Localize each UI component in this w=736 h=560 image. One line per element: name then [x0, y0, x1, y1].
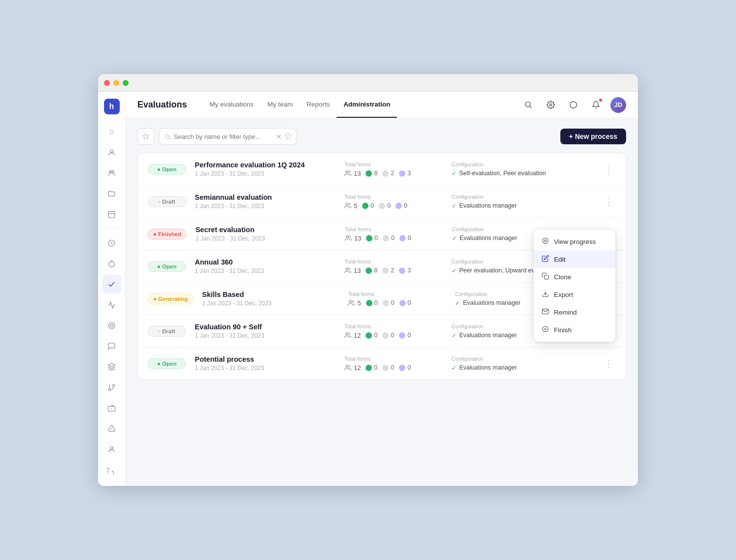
config-value: ✓Evaluations manager — [451, 364, 592, 372]
search-info-icon[interactable]: ⓘ — [285, 132, 291, 141]
tab-my-evaluations[interactable]: My evaluations — [203, 92, 261, 118]
tab-my-team[interactable]: My team — [261, 92, 300, 118]
circle-group-gray: 0 — [379, 202, 391, 209]
config-section: Configuration ✓Evaluations manager — [451, 356, 592, 372]
svg-line-23 — [169, 138, 170, 139]
forms-total: 13 — [345, 235, 361, 242]
svg-point-28 — [349, 300, 352, 303]
forms-total: 5 — [344, 202, 357, 210]
sidebar: h ⌂ — [98, 92, 126, 486]
close-dot[interactable] — [104, 80, 110, 86]
sidebar-item-check[interactable] — [103, 275, 121, 293]
sidebar-item-history[interactable] — [103, 460, 121, 479]
app-layout: h ⌂ — [98, 92, 638, 486]
minimize-dot[interactable] — [113, 80, 119, 86]
clone-icon — [542, 272, 549, 281]
config-value: ✓Evaluations manager — [451, 202, 592, 210]
settings-button[interactable] — [543, 97, 558, 113]
forms-counts: 12 0 0 0 — [344, 332, 443, 339]
people-icon — [344, 364, 351, 371]
sidebar-item-home[interactable]: ⌂ — [103, 122, 121, 141]
toolbar: ✕ ⓘ + New process — [137, 128, 626, 145]
sidebar-item-folder[interactable] — [103, 184, 121, 203]
forms-total: 12 — [344, 332, 361, 339]
tab-administration[interactable]: Administration — [337, 92, 397, 118]
config-value: ✓ Self-evaluation, Peer evaluation — [451, 170, 592, 177]
svg-point-24 — [346, 171, 348, 173]
eval-name: Skills Based — [202, 291, 340, 298]
avatar[interactable]: JD — [610, 97, 626, 113]
more-options-button[interactable]: ⋮ — [601, 194, 616, 209]
dropdown-edit[interactable]: Edit — [534, 250, 615, 268]
eval-date: 1 Jan 2023 - 31 Dec, 2023 — [195, 235, 336, 242]
tab-reports[interactable]: Reports — [300, 92, 337, 118]
sidebar-item-chart[interactable] — [103, 295, 121, 314]
search-bar: ✕ ⓘ — [159, 128, 296, 145]
svg-point-0 — [110, 149, 113, 152]
sidebar-item-calendar[interactable] — [103, 205, 121, 223]
svg-point-13 — [108, 388, 110, 390]
people-icon — [344, 332, 351, 339]
svg-point-32 — [545, 240, 547, 242]
config-label: Configuration — [451, 356, 592, 362]
forms-section: Total forms 5 0 0 — [348, 291, 446, 307]
sidebar-item-team[interactable] — [103, 163, 121, 182]
circle-group-gray: 0 — [382, 364, 394, 371]
sidebar-item-timer[interactable] — [103, 254, 121, 273]
sidebar-item-branch[interactable] — [103, 378, 121, 397]
view-progress-icon — [542, 237, 549, 246]
status-badge: ● Generating — [148, 293, 193, 304]
status-badge: ◦ Draft — [148, 326, 186, 337]
eval-name: Annual 360 — [195, 258, 336, 266]
maximize-dot[interactable] — [123, 80, 129, 86]
svg-point-27 — [346, 268, 348, 270]
search-input[interactable] — [174, 133, 273, 140]
eval-name: Semiannual evaluation — [195, 193, 336, 201]
sidebar-item-money[interactable] — [103, 399, 121, 417]
edit-icon — [542, 255, 549, 264]
favorite-button[interactable] — [137, 128, 154, 145]
new-process-button[interactable]: + New process — [560, 129, 626, 144]
config-label: Configuration — [451, 194, 592, 200]
forms-section: Total forms 12 0 0 — [344, 356, 443, 372]
sidebar-item-target[interactable] — [103, 316, 121, 335]
search-nav-button[interactable] — [520, 97, 536, 113]
search-clear-icon[interactable]: ✕ — [276, 133, 282, 140]
config-label: Configuration — [451, 161, 592, 167]
dropdown-clone[interactable]: Clone — [534, 268, 615, 286]
main-content: Evaluations My evaluations My team Repor… — [126, 92, 638, 486]
notifications-button[interactable] — [588, 97, 604, 113]
app-logo[interactable]: h — [104, 99, 120, 114]
integrations-button[interactable] — [565, 97, 581, 113]
circle-group-gray: 0 — [383, 235, 394, 241]
nav-tabs: My evaluations My team Reports Administr… — [203, 92, 397, 118]
forms-counts: 13 8 2 3 — [344, 170, 443, 177]
dropdown-export[interactable]: Export — [534, 286, 615, 303]
remind-icon — [542, 308, 549, 317]
status-badge: ◦ Draft — [148, 196, 186, 207]
circle-group-purple: 0 — [395, 202, 407, 209]
more-options-button[interactable]: ⋮ — [601, 356, 616, 371]
forms-label: Total forms — [345, 226, 443, 232]
eval-info: Annual 360 1 Jan 2023 - 31 Dec, 2023 — [195, 258, 336, 274]
people-icon — [344, 170, 351, 177]
circle-group-purple: 3 — [399, 267, 411, 274]
dropdown-finish[interactable]: Finish — [534, 321, 615, 339]
svg-point-22 — [165, 134, 169, 138]
sidebar-item-user2[interactable] — [103, 440, 121, 458]
circle-group-green: 0 — [366, 332, 377, 339]
sidebar-item-graduation[interactable] — [103, 357, 121, 376]
sidebar-item-alert[interactable] — [103, 419, 121, 438]
status-badge: ● Open — [148, 358, 186, 369]
search-icon — [164, 133, 171, 140]
table-row: ● Open Potential process 1 Jan 2023 - 31… — [138, 347, 626, 380]
forms-counts: 5 0 0 0 — [348, 299, 446, 307]
dropdown-remind[interactable]: Remind — [534, 303, 615, 321]
eval-date: 1 Jan 2023 - 31 Dec, 2023 — [195, 203, 336, 210]
sidebar-item-person[interactable] — [103, 143, 121, 161]
more-options-button[interactable]: ⋮ — [601, 162, 616, 177]
dropdown-view-progress[interactable]: View progress — [534, 233, 615, 250]
sidebar-item-clock[interactable] — [103, 234, 121, 252]
svg-rect-33 — [545, 275, 549, 279]
sidebar-item-chat[interactable] — [103, 337, 121, 355]
